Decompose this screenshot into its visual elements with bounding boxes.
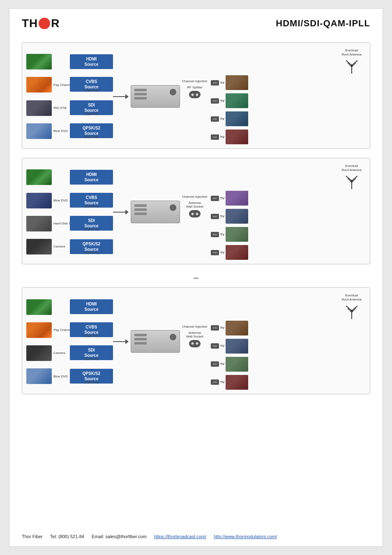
plug-dot bbox=[215, 382, 217, 383]
rf-connector bbox=[189, 340, 201, 347]
channel-injection-label: Channel Injection bbox=[182, 79, 208, 83]
tv-item: TV bbox=[211, 111, 248, 126]
optional-label: (Optional) bbox=[70, 357, 113, 361]
footer: Thor Fiber Tel: (800) 521-84 Email: sale… bbox=[22, 534, 370, 539]
tv-item: TV bbox=[211, 75, 248, 90]
svg-line-13 bbox=[346, 306, 352, 311]
cvbs-optional-label: (Optional) bbox=[70, 88, 113, 92]
plug-dot bbox=[215, 216, 217, 217]
tv-item: TV bbox=[211, 245, 248, 260]
channel-inject: Channel Injection RF Splitter bbox=[182, 79, 208, 98]
logo-text-th: TH bbox=[22, 17, 38, 30]
tv-item: TV bbox=[211, 357, 248, 372]
source-img bbox=[26, 193, 52, 208]
antenna-wall-label: AntennaWall Socket bbox=[186, 201, 203, 208]
plug-dot bbox=[215, 82, 217, 83]
source-img bbox=[26, 239, 52, 254]
connector-dot bbox=[196, 213, 198, 215]
footer-url1[interactable]: https://thorbroadcast.com/ bbox=[154, 534, 206, 539]
hdmi-source-box: HDMISource bbox=[70, 299, 113, 314]
plug-dot bbox=[213, 136, 214, 138]
arrow-right-icon bbox=[113, 338, 129, 345]
source-row: Camera bbox=[26, 345, 67, 361]
logo: TH R bbox=[22, 17, 60, 30]
plug-dot bbox=[213, 252, 214, 253]
svg-line-2 bbox=[352, 60, 357, 65]
tv-item: TV bbox=[211, 93, 248, 108]
tv-image bbox=[226, 93, 248, 108]
svg-line-14 bbox=[352, 306, 357, 311]
arrow-right-icon bbox=[113, 93, 129, 100]
footer-company: Thor Fiber bbox=[22, 534, 43, 539]
right-middle: Channel Injection RF Splitter bbox=[182, 75, 366, 144]
source-images-col-2: Blue DVD Hard Disk Sender Camera bbox=[26, 164, 67, 260]
connector-dot bbox=[196, 342, 198, 345]
source-img bbox=[26, 216, 52, 231]
tv-item: TV bbox=[211, 209, 248, 224]
footer-url2[interactable]: http://www.thormodulators.com/ bbox=[214, 534, 277, 539]
modulator-device bbox=[131, 201, 180, 223]
source-img bbox=[26, 299, 52, 315]
tv-image bbox=[226, 191, 248, 206]
source-boxes-col-2: HDMISource CVBSSource (Optional) SDISour… bbox=[70, 164, 113, 260]
source-row: Pay Channel STB bbox=[26, 77, 67, 92]
tv-image bbox=[226, 321, 248, 335]
antenna-icon bbox=[344, 173, 360, 189]
plug-dot bbox=[215, 136, 217, 138]
antenna-label: EventualRoof Antenna bbox=[342, 49, 362, 56]
tv-plug bbox=[211, 361, 219, 367]
footer-email: Email: sales@thorfiber.com bbox=[92, 534, 147, 539]
tv-right-col-2: TV TV bbox=[211, 191, 248, 260]
channel-injection-label: Channel Injection bbox=[182, 195, 208, 199]
source-label: Camera bbox=[53, 245, 65, 249]
tv-image bbox=[226, 245, 248, 260]
tv-label: TV bbox=[220, 233, 224, 236]
diagram-1: Pay Channel STB IRD STB Blue DVD HDMISou… bbox=[22, 42, 370, 149]
source-img bbox=[26, 345, 52, 361]
arrow-col-2 bbox=[113, 164, 129, 260]
plug-dot bbox=[215, 234, 217, 235]
tv-plug bbox=[211, 80, 219, 86]
tv-plug bbox=[211, 214, 219, 219]
tv-item: TV bbox=[211, 321, 248, 335]
tv-image bbox=[226, 375, 248, 390]
qpsk-optional-label: (Optional) bbox=[70, 135, 113, 139]
source-boxes-col-1: HDMISource CVBSSource (Optional) SDISour… bbox=[70, 49, 113, 144]
tv-image bbox=[226, 357, 248, 372]
plug-dot bbox=[215, 100, 217, 102]
optional-label: (Optional) bbox=[70, 251, 113, 254]
hdmi-source-box: HDMISource bbox=[70, 54, 113, 69]
tv-image bbox=[226, 227, 248, 242]
tv-label: TV bbox=[220, 215, 224, 218]
plug-dot bbox=[215, 118, 217, 120]
rf-connector bbox=[189, 210, 201, 217]
antenna-wall-label-3: AntennaWall Socket bbox=[186, 331, 203, 338]
page: TH R HDMI/SDI-QAM-IPLL Pay Channel STB I… bbox=[9, 8, 383, 547]
connector-dot bbox=[191, 342, 194, 345]
header: TH R HDMI/SDI-QAM-IPLL bbox=[22, 17, 370, 33]
source-row: Blue DVD bbox=[26, 368, 67, 384]
tv-image bbox=[226, 339, 248, 354]
tv-label: TV bbox=[220, 326, 224, 330]
right-col-2: EventualRoof Antenna Channel Inj bbox=[182, 164, 366, 260]
channel-inject: Channel Injection AntennaWall Socket bbox=[182, 325, 208, 347]
channel-injection-label: Channel Injection bbox=[182, 325, 208, 328]
optional-label: (Optional) bbox=[70, 380, 113, 384]
tv-image bbox=[226, 111, 248, 126]
source-img-basketball bbox=[26, 77, 52, 92]
source-label: IRD STB bbox=[53, 106, 67, 110]
sdi-optional-label: (Optional) bbox=[70, 112, 113, 116]
rf-splitter-label: RF Splitter bbox=[187, 86, 203, 89]
tv-label: TV bbox=[220, 197, 224, 200]
source-label: Blue DVD bbox=[53, 199, 68, 203]
antenna-top: EventualRoof Antenna bbox=[182, 49, 366, 74]
source-label: Camera bbox=[53, 351, 65, 355]
source-row: Camera bbox=[26, 239, 67, 254]
tv-right-col-1: TV TV bbox=[211, 75, 248, 144]
tv-item: TV bbox=[211, 375, 248, 390]
tv-label: TV bbox=[220, 117, 224, 121]
tv-image bbox=[226, 209, 248, 224]
logo-gear-icon bbox=[39, 18, 50, 29]
source-images-col-1: Pay Channel STB IRD STB Blue DVD bbox=[26, 49, 67, 144]
plug-dot bbox=[215, 363, 217, 365]
